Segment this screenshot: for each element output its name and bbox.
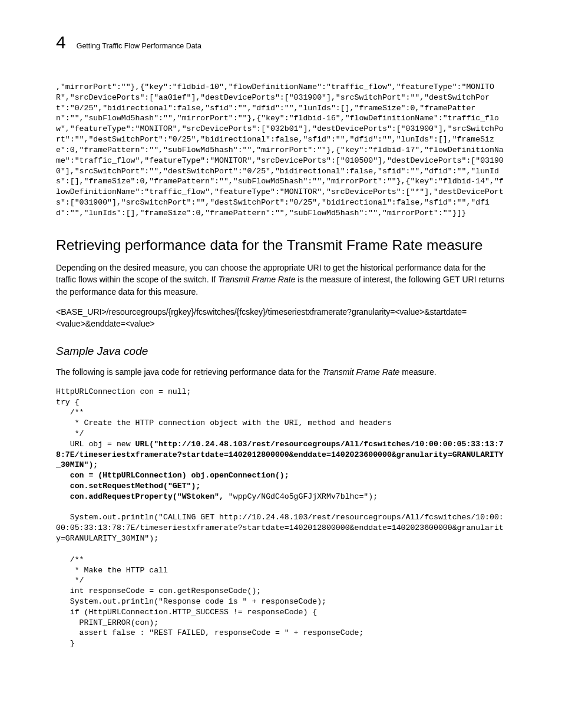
code-line: int responseCode = con.getResponseCode()…	[56, 587, 261, 595]
code-line-bold: con.addRequestProperty("WStoken",	[56, 492, 229, 501]
para-emphasis: Transmit Frame Rate	[322, 367, 399, 377]
code-line: * Make the HTTP call	[56, 566, 168, 575]
code-line: }	[56, 639, 75, 648]
para-text: measure.	[399, 367, 436, 377]
chapter-number: 4	[56, 32, 66, 52]
code-line: */	[56, 576, 84, 585]
code-line: URL obj = new	[56, 440, 135, 449]
code-line-bold: con = (HttpURLConnection) obj.openConnec…	[56, 471, 289, 480]
code-line: if (HttpURLConnection.HTTP_SUCCESS != re…	[56, 608, 317, 617]
code-line: try {	[56, 398, 80, 407]
uri-template: <BASE_URI>/resourcegroups/{rgkey}/fcswit…	[56, 306, 506, 330]
code-line: PRINT_ERROR(con);	[56, 618, 158, 627]
code-line: assert false : "REST FAILED, responseCod…	[56, 628, 363, 637]
running-title: Getting Traffic Flow Performance Data	[77, 42, 201, 50]
code-blank	[56, 503, 61, 512]
sample-intro: The following is sample java code for re…	[56, 366, 506, 378]
code-blank	[56, 545, 61, 554]
page: 4 Getting Traffic Flow Performance Data …	[0, 0, 562, 728]
java-code-block: HttpURLConnection con = null; try { /** …	[56, 387, 506, 649]
code-line: /**	[56, 408, 84, 417]
subsection-heading: Sample Java code	[56, 345, 506, 358]
code-line-bold: con.setRequestMethod("GET");	[56, 482, 200, 490]
code-line: */	[56, 429, 84, 438]
json-output-block: ,"mirrorPort":""},{"key":"fldbid-10","fl…	[56, 82, 506, 219]
code-line: HttpURLConnection con = null;	[56, 387, 191, 396]
code-line: System.out.println("Response code is " +…	[56, 597, 326, 606]
para-text: The following is sample java code for re…	[56, 367, 322, 377]
code-line: "wppCy/NGdC4o5gGFJjXRMv7blhc=");	[229, 492, 378, 501]
code-line: /**	[56, 555, 84, 564]
para-emphasis: Transmit Frame Rate	[218, 275, 295, 284]
page-header: 4 Getting Traffic Flow Performance Data	[56, 32, 506, 52]
section-paragraph: Depending on the desired measure, you ca…	[56, 262, 506, 298]
code-line: * Create the HTTP connection object with…	[56, 419, 392, 427]
section-heading: Retrieving performance data for the Tran…	[56, 236, 506, 253]
code-line: System.out.println("CALLING GET http://1…	[56, 513, 504, 543]
